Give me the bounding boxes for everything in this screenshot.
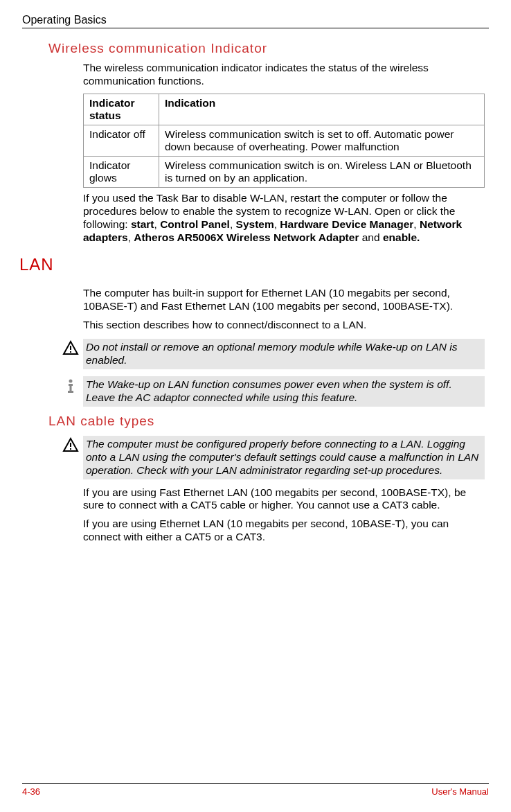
svg-rect-1 bbox=[70, 346, 71, 350]
bold-run: System bbox=[236, 218, 274, 230]
paragraph: If you used the Task Bar to disable W-LA… bbox=[83, 192, 485, 245]
text-run: and bbox=[359, 231, 382, 243]
svg-point-3 bbox=[69, 379, 73, 382]
bold-run: start bbox=[131, 218, 154, 230]
table-cell: Indicator glows bbox=[84, 156, 159, 187]
table-header-cell: Indicator status bbox=[84, 94, 159, 125]
paragraph: If you are using Ethernet LAN (10 megabi… bbox=[83, 518, 485, 544]
info-note: The Wake-up on LAN function consumes pow… bbox=[62, 376, 485, 407]
note-text: The computer must be configured properly… bbox=[83, 436, 485, 479]
bold-run: enable. bbox=[383, 231, 420, 243]
table-header-row: Indicator status Indication bbox=[84, 94, 485, 125]
caution-icon bbox=[62, 340, 79, 360]
footer-title: User's Manual bbox=[431, 786, 489, 797]
note-text: Do not install or remove an optional mem… bbox=[83, 339, 485, 369]
page-footer: 4-36 User's Manual bbox=[22, 783, 489, 797]
svg-rect-5 bbox=[70, 384, 72, 391]
text-run: , bbox=[154, 218, 161, 230]
page-number: 4-36 bbox=[22, 786, 40, 797]
subheading-lan-cable-types: LAN cable types bbox=[48, 414, 489, 429]
bold-run: Hardware Device Manager bbox=[280, 218, 413, 230]
table-cell: Wireless communication switch is on. Wir… bbox=[159, 156, 485, 187]
text-run: , bbox=[128, 231, 134, 243]
paragraph: This section describes how to connect/di… bbox=[83, 319, 485, 332]
paragraph: The wireless communication indicator ind… bbox=[83, 62, 485, 88]
table-cell: Wireless communication switch is set to … bbox=[159, 125, 485, 156]
subheading-wireless-indicator: Wireless communication Indicator bbox=[48, 41, 489, 56]
caution-note: The computer must be configured properly… bbox=[62, 436, 485, 479]
svg-rect-8 bbox=[70, 443, 71, 447]
paragraph: The computer has built-in support for Et… bbox=[83, 287, 485, 313]
bold-run: Control Panel bbox=[160, 218, 230, 230]
heading-lan: LAN bbox=[19, 255, 489, 274]
text-run: , bbox=[413, 218, 420, 230]
svg-rect-2 bbox=[70, 351, 71, 353]
indicator-table: Indicator status Indication Indicator of… bbox=[83, 94, 485, 188]
table-row: Indicator glows Wireless communication s… bbox=[84, 156, 485, 187]
text-run: , bbox=[230, 218, 236, 230]
caution-note: Do not install or remove an optional mem… bbox=[62, 339, 485, 369]
page-header: Operating Basics bbox=[22, 14, 489, 28]
paragraph: If you are using Fast Ethernet LAN (100 … bbox=[83, 486, 485, 513]
bold-run: Atheros AR5006X Wireless Network Adapter bbox=[134, 231, 359, 243]
table-row: Indicator off Wireless communication swi… bbox=[84, 125, 485, 156]
svg-rect-9 bbox=[70, 448, 71, 450]
table-cell: Indicator off bbox=[84, 125, 159, 156]
note-text: The Wake-up on LAN function consumes pow… bbox=[83, 376, 485, 407]
table-header-cell: Indication bbox=[159, 94, 485, 125]
header-section-title: Operating Basics bbox=[22, 14, 107, 26]
info-icon bbox=[62, 378, 79, 397]
svg-rect-6 bbox=[68, 391, 73, 393]
caution-icon bbox=[62, 437, 79, 457]
